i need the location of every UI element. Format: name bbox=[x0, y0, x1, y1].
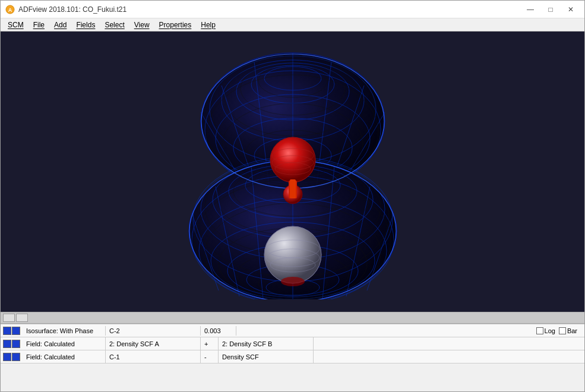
swatch2-blue-1 bbox=[3, 340, 11, 348]
maximize-button[interactable]: □ bbox=[542, 4, 559, 15]
swatch-row3 bbox=[1, 352, 23, 362]
swatch-row1 bbox=[1, 325, 23, 336]
menu-select[interactable]: Select bbox=[100, 20, 129, 30]
isosurface-value: 0.003 bbox=[201, 326, 236, 336]
bottom-panel: Isosurface: With Phase C-2 0.003 Log Bar… bbox=[1, 324, 584, 363]
isosurface-type: Isosurface: With Phase bbox=[23, 326, 106, 336]
menu-scm[interactable]: SCM bbox=[3, 20, 29, 30]
menu-help[interactable]: Help bbox=[196, 20, 220, 30]
window-title: ADFview 2018.101: CO_Fukui.t21 bbox=[18, 5, 127, 14]
menu-properties[interactable]: Properties bbox=[154, 20, 197, 30]
field-name2-2: 2: Density SCF B bbox=[219, 337, 314, 350]
operator-3: - bbox=[201, 350, 219, 363]
log-checkbox-label[interactable]: Log bbox=[536, 327, 555, 334]
svg-rect-72 bbox=[290, 179, 296, 198]
info-row-1: Isosurface: With Phase C-2 0.003 Log Bar bbox=[1, 324, 584, 337]
minimize-button[interactable]: — bbox=[521, 4, 539, 15]
bar-checkbox[interactable] bbox=[559, 327, 566, 334]
menu-file[interactable]: File bbox=[29, 20, 49, 30]
svg-point-73 bbox=[281, 277, 305, 286]
bar-label: Bar bbox=[567, 327, 577, 334]
menubar: SCM File Add Fields Select View Properti… bbox=[1, 18, 584, 31]
viewport[interactable] bbox=[1, 31, 584, 312]
menu-view[interactable]: View bbox=[129, 20, 154, 30]
swatch-blue-2 bbox=[12, 327, 20, 335]
field-type-3: Field: Calculated bbox=[23, 350, 106, 363]
field-type-2: Field: Calculated bbox=[23, 337, 106, 350]
svg-text:A: A bbox=[8, 7, 12, 13]
log-label: Log bbox=[545, 327, 555, 334]
swatch-row2 bbox=[1, 339, 23, 349]
isosurface-name: C-2 bbox=[106, 326, 201, 336]
bar-checkbox-label[interactable]: Bar bbox=[559, 327, 577, 334]
window-controls: — □ ✕ bbox=[521, 4, 580, 15]
titlebar: A ADFview 2018.101: CO_Fukui.t21 — □ ✕ bbox=[1, 1, 584, 18]
swatch3-blue-1 bbox=[3, 353, 11, 361]
close-button[interactable]: ✕ bbox=[562, 4, 580, 15]
app-icon: A bbox=[5, 5, 15, 14]
swatch-blue-1 bbox=[3, 327, 11, 335]
scroll-thumb[interactable] bbox=[3, 314, 15, 322]
field-name-3: C-1 bbox=[106, 350, 201, 363]
menu-fields[interactable]: Fields bbox=[71, 20, 100, 30]
info-row-3: Field: Calculated C-1 - Density SCF bbox=[1, 350, 584, 363]
swatch2-blue-2 bbox=[12, 340, 20, 348]
swatch3-blue-2 bbox=[12, 353, 20, 361]
molecule-svg bbox=[162, 44, 423, 299]
field-name2-3: Density SCF bbox=[219, 350, 314, 363]
molecule-view bbox=[162, 44, 423, 299]
scrollbar-area[interactable] bbox=[1, 312, 584, 324]
log-checkbox[interactable] bbox=[536, 327, 543, 334]
menu-add[interactable]: Add bbox=[49, 20, 71, 30]
info-row-2: Field: Calculated 2: Density SCF A + 2: … bbox=[1, 337, 584, 350]
field-name-2: 2: Density SCF A bbox=[106, 337, 201, 350]
operator-2: + bbox=[201, 337, 219, 350]
scroll-thumb-2[interactable] bbox=[16, 314, 28, 322]
